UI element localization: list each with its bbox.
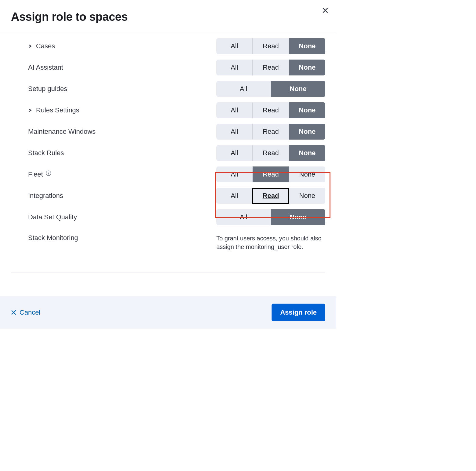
toggle-group-ai-assistant: All Read None [216, 60, 325, 75]
toggle-none[interactable]: None [289, 124, 325, 140]
feature-row-data-set-quality: Data Set Quality All None [11, 206, 325, 228]
toggle-read[interactable]: Read [252, 166, 289, 182]
toggle-read[interactable]: Read [252, 188, 289, 204]
toggle-group-rules-settings: All Read None [216, 102, 325, 118]
feature-row-maintenance-windows: Maintenance Windows All Read None [11, 121, 325, 142]
toggle-none[interactable]: None [289, 102, 325, 118]
feature-row-stack-rules: Stack Rules All Read None [11, 142, 325, 164]
feature-label: Setup guides [28, 85, 67, 93]
svg-point-1 [48, 172, 49, 172]
toggle-read[interactable]: Read [252, 60, 289, 75]
toggle-group-setup-guides: All None [216, 81, 325, 97]
toggle-group-data-set-quality: All None [216, 209, 325, 225]
toggle-none[interactable]: None [289, 188, 325, 204]
toggle-all[interactable]: All [216, 81, 271, 97]
svg-rect-2 [48, 173, 49, 175]
toggle-none[interactable]: None [289, 145, 325, 161]
toggle-all[interactable]: All [216, 166, 252, 182]
feature-row-integrations: Integrations All Read None [11, 185, 325, 206]
toggle-none[interactable]: None [289, 38, 325, 54]
feature-row-fleet: Fleet All Read None [11, 164, 325, 185]
feature-label: Fleet [28, 170, 43, 178]
feature-row-stack-monitoring: Stack Monitoring To grant users access, … [11, 228, 325, 254]
feature-row-ai-assistant: AI Assistant All Read None [11, 57, 325, 78]
feature-label: Maintenance Windows [28, 128, 96, 136]
toggle-read[interactable]: Read [252, 102, 289, 118]
toggle-none[interactable]: None [289, 60, 325, 75]
feature-row-cases: Cases All Read None [11, 35, 325, 57]
toggle-all[interactable]: All [216, 124, 252, 140]
close-icon [322, 7, 328, 13]
modal-title: Assign role to spaces [11, 10, 325, 24]
toggle-all[interactable]: All [216, 188, 252, 204]
info-icon[interactable] [45, 170, 52, 176]
toggle-all[interactable]: All [216, 102, 252, 118]
toggle-all[interactable]: All [216, 60, 252, 75]
toggle-all[interactable]: All [216, 209, 271, 225]
divider [11, 272, 325, 272]
modal-body: Cases All Read None AI Assistant All Rea… [0, 32, 336, 263]
toggle-read[interactable]: Read [252, 124, 289, 140]
feature-label: Stack Monitoring [28, 234, 78, 242]
feature-label: Integrations [28, 192, 63, 200]
feature-label: Stack Rules [28, 149, 64, 157]
assign-role-button[interactable]: Assign role [272, 304, 325, 321]
toggle-none[interactable]: None [271, 209, 325, 225]
toggle-group-fleet: All Read None [216, 166, 325, 182]
close-icon [11, 310, 16, 315]
chevron-right-icon[interactable] [26, 42, 34, 50]
feature-row-rules-settings: Rules Settings All Read None [11, 100, 325, 121]
modal-footer: Cancel Assign role [0, 296, 336, 329]
toggle-all[interactable]: All [216, 38, 252, 54]
chevron-right-icon[interactable] [26, 107, 34, 114]
toggle-none[interactable]: None [271, 81, 325, 97]
toggle-group-maintenance-windows: All Read None [216, 124, 325, 140]
cancel-button[interactable]: Cancel [11, 309, 40, 316]
toggle-group-stack-rules: All Read None [216, 145, 325, 161]
feature-row-setup-guides: Setup guides All None [11, 78, 325, 100]
feature-help-text: To grant users access, you should also a… [216, 234, 325, 251]
toggle-all[interactable]: All [216, 145, 252, 161]
assign-role-modal: Assign role to spaces Cases All Read Non… [0, 0, 336, 329]
feature-label: Cases [36, 42, 55, 50]
feature-label: Data Set Quality [28, 213, 77, 221]
toggle-read[interactable]: Read [252, 145, 289, 161]
modal-header: Assign role to spaces [0, 0, 336, 32]
close-button[interactable] [321, 6, 330, 15]
toggle-group-cases: All Read None [216, 38, 325, 54]
toggle-group-integrations: All Read None [216, 188, 325, 204]
toggle-none[interactable]: None [289, 166, 325, 182]
feature-label: AI Assistant [28, 64, 63, 71]
feature-label: Rules Settings [36, 106, 79, 114]
toggle-read[interactable]: Read [252, 38, 289, 54]
